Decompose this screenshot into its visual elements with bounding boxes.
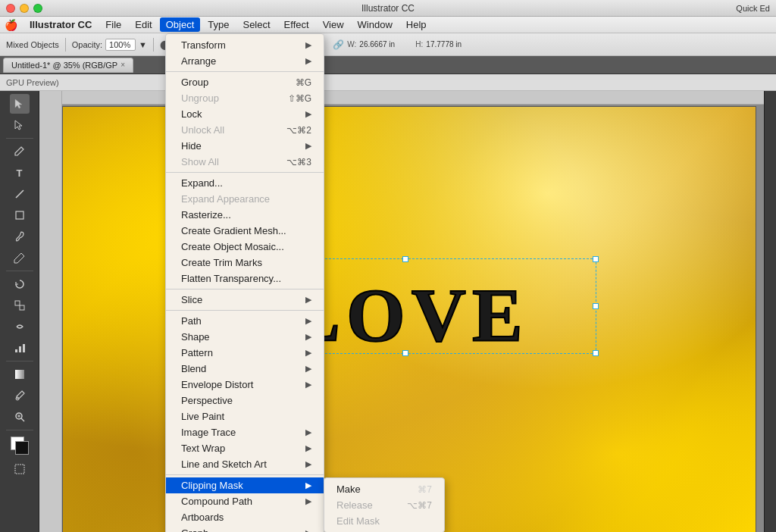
fill-stroke-indicator[interactable] (8, 433, 32, 458)
compound-path-menu-item[interactable]: Compound Path ▶ (166, 493, 324, 509)
svg-rect-3 (20, 305, 24, 310)
opacity-arrow[interactable]: ▼ (139, 40, 147, 49)
unlock-all-menu-item[interactable]: Unlock All ⌥⌘2 (166, 122, 324, 138)
menu-sep-2 (166, 172, 324, 173)
create-object-mosaic-menu-item[interactable]: Create Object Mosaic... (166, 239, 324, 255)
handle-mr[interactable] (593, 303, 599, 309)
view-menu-item[interactable]: View (317, 17, 350, 32)
handle-tr[interactable] (593, 256, 599, 262)
graph-tool[interactable] (10, 338, 30, 358)
eyedropper-tool[interactable] (10, 386, 30, 405)
shape-menu-item[interactable]: Shape ▶ (166, 329, 324, 345)
h-coord-value[interactable]: 17.7778 in (426, 40, 479, 49)
show-all-shortcut: ⌥⌘3 (286, 157, 311, 167)
object-menu-item[interactable]: Object (160, 17, 201, 32)
clipping-mask-submenu: Make ⌘7 Release ⌥⌘7 Edit Mask (324, 477, 445, 532)
close-button[interactable] (6, 4, 15, 13)
svg-line-10 (21, 418, 24, 421)
lock-menu-item[interactable]: Lock ▶ (166, 106, 324, 122)
transform-menu-item[interactable]: Transform ▶ (166, 37, 324, 53)
expand-appearance-menu-item[interactable]: Expand Appearance (166, 191, 324, 207)
blend-menu-item[interactable]: Blend ▶ (166, 361, 324, 377)
image-trace-menu-item[interactable]: Image Trace ▶ (166, 424, 324, 440)
selection-tool[interactable] (10, 94, 30, 114)
pattern-menu-item[interactable]: Pattern ▶ (166, 345, 324, 361)
pencil-tool[interactable] (10, 248, 30, 268)
zoom-tool[interactable] (10, 407, 30, 427)
quick-edit-label: Quick Ed (736, 4, 770, 13)
path-menu-item[interactable]: Path ▶ (166, 313, 324, 329)
group-menu-item[interactable]: Group ⌘G (166, 74, 324, 90)
create-gradient-mesh-menu-item[interactable]: Create Gradient Mesh... (166, 223, 324, 239)
effect-menu-item[interactable]: Effect (278, 17, 315, 32)
paintbrush-tool[interactable] (10, 227, 30, 246)
rectangle-tool[interactable] (10, 205, 30, 225)
right-panel (764, 91, 776, 532)
handle-br[interactable] (593, 350, 599, 356)
pen-tool[interactable] (10, 142, 30, 161)
scale-tool[interactable] (10, 296, 30, 315)
create-trim-marks-menu-item[interactable]: Create Trim Marks (166, 255, 324, 271)
file-menu-item[interactable]: File (99, 17, 127, 32)
opacity-value[interactable]: 100% (105, 39, 136, 51)
line-sketch-art-menu-item[interactable]: Line and Sketch Art ▶ (166, 456, 324, 472)
artboards-menu-item[interactable]: Artboards (166, 509, 324, 525)
clipping-mask-menu-item[interactable]: Clipping Mask ▶ Make ⌘7 Release ⌥⌘7 Edit… (166, 477, 324, 493)
expand-menu-item[interactable]: Expand... (166, 175, 324, 191)
line-tool[interactable] (10, 184, 30, 204)
tool-separator-2 (6, 271, 33, 271)
traffic-lights[interactable] (6, 4, 42, 13)
direct-selection-tool[interactable] (10, 115, 30, 135)
gradient-tool[interactable] (10, 365, 30, 384)
w-coord-value[interactable]: 26.6667 in (359, 40, 412, 49)
clipping-mask-arrow-icon: ▶ (305, 480, 311, 490)
type-menu-item[interactable]: Type (202, 17, 235, 32)
app-menu-item[interactable]: Illustrator CC (23, 17, 98, 32)
menu-sep-4 (166, 310, 324, 311)
help-menu-item[interactable]: Help (400, 17, 433, 32)
clipping-mask-edit[interactable]: Edit Mask (324, 513, 444, 529)
type-tool[interactable]: T (10, 163, 30, 183)
tool-separator-4 (6, 430, 33, 430)
window-menu-item[interactable]: Window (352, 17, 399, 32)
graph-menu-item[interactable]: Graph ▶ (166, 525, 324, 532)
svg-rect-4 (15, 349, 17, 352)
link-icon[interactable]: 🔗 (333, 39, 344, 50)
edit-menu-item[interactable]: Edit (129, 17, 158, 32)
live-paint-menu-item[interactable]: Live Paint (166, 408, 324, 424)
stroke-color[interactable] (15, 441, 29, 455)
transform-arrow-icon: ▶ (305, 40, 311, 50)
apple-menu[interactable]: 🍎 (5, 19, 17, 31)
slice-menu-item[interactable]: Slice ▶ (166, 292, 324, 308)
hide-menu-item[interactable]: Hide ▶ (166, 138, 324, 154)
arrange-menu-item[interactable]: Arrange ▶ (166, 53, 324, 69)
clipping-mask-release[interactable]: Release ⌥⌘7 (324, 497, 444, 513)
text-wrap-menu-item[interactable]: Text Wrap ▶ (166, 440, 324, 456)
warp-tool[interactable] (10, 317, 30, 336)
handle-tm[interactable] (402, 256, 408, 262)
ruler-vertical (39, 91, 62, 532)
group-shortcut: ⌘G (296, 77, 311, 88)
rasterize-menu-item[interactable]: Rasterize... (166, 207, 324, 223)
minimize-button[interactable] (20, 4, 29, 13)
envelope-distort-menu-item[interactable]: Envelope Distort ▶ (166, 377, 324, 393)
handle-bm[interactable] (402, 350, 408, 356)
doc-tab-name: Untitled-1* @ 35% (RGB/GP (11, 61, 117, 70)
shape-arrow-icon: ▶ (305, 332, 311, 342)
gpu-preview-label: GPU Preview) (6, 78, 59, 87)
select-menu-item[interactable]: Select (236, 17, 276, 32)
doc-tab-close[interactable]: × (120, 61, 125, 69)
flatten-transparency-menu-item[interactable]: Flatten Transparency... (166, 271, 324, 286)
window-title: Illustrator CC (361, 3, 415, 14)
maximize-button[interactable] (33, 4, 42, 13)
clipping-mask-make[interactable]: Make ⌘7 (324, 481, 444, 497)
ungroup-menu-item[interactable]: Ungroup ⇧⌘G (166, 90, 324, 106)
show-all-menu-item[interactable]: Show All ⌥⌘3 (166, 154, 324, 170)
object-dropdown-menu: Transform ▶ Arrange ▶ Group ⌘G Ungroup ⇧… (165, 33, 324, 532)
gpu-bar: GPU Preview) (0, 74, 776, 91)
rotate-tool[interactable] (10, 274, 30, 294)
artboard-tool[interactable] (10, 459, 30, 479)
svg-rect-5 (19, 346, 21, 352)
perspective-menu-item[interactable]: Perspective (166, 393, 324, 408)
document-tab[interactable]: Untitled-1* @ 35% (RGB/GP × (3, 58, 133, 73)
